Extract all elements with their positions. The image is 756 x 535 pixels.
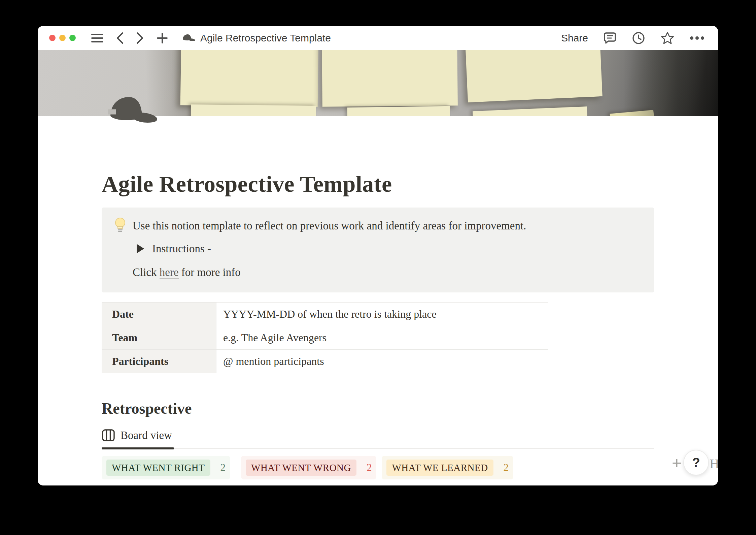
page-title[interactable]: Agile Retrospective Template (102, 170, 654, 198)
traffic-lights (49, 35, 76, 41)
property-label: Participants (102, 350, 216, 373)
property-value[interactable]: @ mention participants (216, 350, 548, 373)
sticky-note (180, 50, 319, 107)
instructions-toggle[interactable]: Instructions - (137, 241, 644, 257)
board-groups: WHAT WENT RIGHT 2 WHAT WENT WRONG 2 WHAT… (102, 456, 654, 479)
board-group-what-went-right[interactable]: WHAT WENT RIGHT 2 (102, 456, 230, 479)
sticky-note (465, 50, 603, 102)
group-pill[interactable]: WHAT WENT WRONG (246, 460, 356, 476)
callout-block: Use this notion template to reflect on p… (102, 208, 654, 292)
share-button[interactable]: Share (561, 32, 588, 44)
table-row: Participants @ mention participants (102, 350, 548, 373)
tab-label: Board view (121, 429, 172, 442)
callout-text: Use this notion template to reflect on p… (133, 218, 526, 234)
title-bar: Agile Retrospective Template Share (38, 26, 718, 50)
clipped-text-h: H (710, 456, 718, 472)
comments-icon[interactable] (604, 32, 616, 44)
property-label: Date (102, 303, 216, 326)
group-count: 2 (504, 462, 509, 474)
here-link[interactable]: here (160, 266, 179, 279)
help-button[interactable]: ? (683, 450, 709, 475)
cap-page-icon (182, 33, 196, 43)
table-row: Date YYYY-MM-DD of when the retro is tak… (102, 303, 548, 326)
zoom-button[interactable] (69, 35, 76, 41)
table-row: Team e.g. The Agile Avengers (102, 326, 548, 350)
group-count: 2 (367, 462, 372, 474)
property-value[interactable]: e.g. The Agile Avengers (216, 326, 548, 349)
section-heading: Retrospective (102, 399, 654, 418)
group-pill[interactable]: WHAT WE LEARNED (386, 460, 493, 476)
link-line-pre: Click (133, 266, 160, 278)
forward-icon[interactable] (136, 32, 144, 44)
link-line: Click here for more info (133, 264, 644, 280)
link-line-post: for more info (179, 266, 241, 278)
sticky-note (322, 50, 458, 107)
close-button[interactable] (49, 35, 56, 41)
notion-window: Agile Retrospective Template Share (38, 26, 718, 485)
sticky-note (347, 106, 450, 116)
lightbulb-icon (114, 217, 127, 234)
board-group-what-went-wrong[interactable]: WHAT WENT WRONG 2 (241, 456, 376, 479)
toggle-label: Instructions - (152, 241, 211, 257)
menu-icon[interactable] (91, 33, 103, 43)
tab-divider (102, 448, 654, 449)
tab-board-view[interactable]: Board view (102, 428, 172, 443)
minimize-button[interactable] (59, 35, 66, 41)
more-ellipsis-icon[interactable] (690, 36, 705, 40)
toggle-triangle-icon[interactable] (137, 244, 144, 253)
property-value[interactable]: YYYY-MM-DD of when the retro is taking p… (216, 303, 548, 326)
properties-table: Date YYYY-MM-DD of when the retro is tak… (102, 302, 548, 373)
new-tab-plus-icon[interactable] (157, 32, 168, 44)
property-label: Team (102, 326, 216, 349)
back-icon[interactable] (116, 32, 124, 44)
updates-clock-icon[interactable] (632, 31, 645, 45)
add-group-button[interactable]: + (672, 453, 682, 473)
cover-pipe-shadow (623, 50, 708, 116)
favorite-star-icon[interactable] (661, 31, 674, 45)
view-tabs: Board view (102, 428, 654, 449)
sticky-note (191, 104, 316, 116)
active-tab-underline (102, 447, 174, 449)
group-pill[interactable]: WHAT WENT RIGHT (106, 460, 210, 476)
board-view-icon (102, 429, 115, 442)
page-content: Agile Retrospective Template Use this no… (102, 116, 654, 479)
breadcrumb[interactable]: Agile Retrospective Template (182, 32, 331, 44)
window-title: Agile Retrospective Template (200, 32, 331, 44)
board-group-what-we-learned[interactable]: WHAT WE LEARNED 2 (382, 456, 513, 479)
page-icon-cap[interactable] (108, 95, 159, 128)
sticky-note (473, 106, 588, 116)
group-count: 2 (220, 462, 226, 474)
